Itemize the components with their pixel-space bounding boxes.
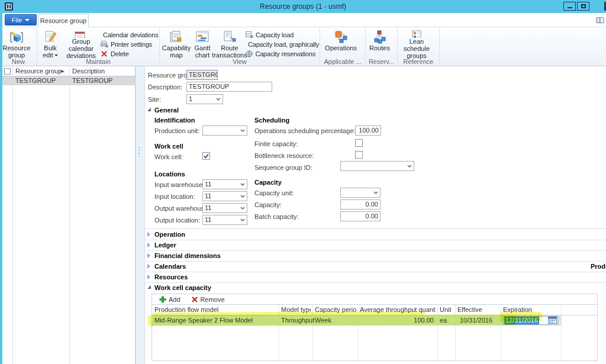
section-expanded-icon	[147, 285, 151, 289]
bottleneck-resource-label: Bottleneck resource:	[254, 152, 314, 159]
combo-arrow-icon[interactable]	[371, 188, 380, 197]
wcc-cell-effective: 10/31/2016	[460, 317, 492, 324]
batch-capacity-field[interactable]: 0.00	[340, 211, 381, 221]
capability-map-button[interactable]: Capability map	[162, 28, 191, 59]
output-location-combo[interactable]: 11	[202, 215, 247, 225]
btn-label: Routes	[369, 44, 390, 51]
resource-group-field[interactable]: TESTGROUP	[186, 70, 218, 80]
wcc-col-model-type[interactable]: Model type	[281, 305, 311, 315]
group-calendar-deviations-icon	[73, 30, 89, 38]
combo-arrow-icon[interactable]	[238, 192, 247, 201]
wcc-col-production-flow-model[interactable]: Production flow model	[154, 305, 276, 315]
section-work-cell-capacity[interactable]: Work cell capacity	[145, 282, 606, 293]
operations-button[interactable]: Operations	[322, 28, 360, 59]
btn-label: Capacity load	[256, 31, 294, 38]
section-resources[interactable]: Resources	[145, 272, 606, 283]
tab-resource-group[interactable]: Resource group	[38, 14, 89, 27]
input-warehouse-value: 11	[203, 180, 238, 189]
wcc-col-unit[interactable]: Unit	[440, 305, 454, 315]
operations-scheduling-percentage-field[interactable]: 100.00	[355, 125, 381, 136]
combo-arrow-icon[interactable]	[238, 215, 247, 224]
printer-settings-icon	[101, 41, 108, 48]
wcc-col-average-throughput-quantity[interactable]: Average throughput quantity	[360, 305, 436, 315]
capacity-unit-value	[341, 188, 371, 197]
capacity-field[interactable]: 0.00	[340, 199, 381, 210]
section-ledger[interactable]: Ledger	[145, 240, 606, 251]
capacity-unit-combo[interactable]	[340, 188, 381, 198]
capacity-load-button[interactable]: Capacity load	[246, 30, 315, 40]
capacity-reservations-button[interactable]: Capacity reservations	[246, 49, 315, 59]
date-picker-button[interactable]	[548, 317, 557, 324]
list-col-description[interactable]: Description	[72, 67, 105, 75]
combo-arrow-icon[interactable]	[405, 162, 414, 170]
maximize-button[interactable]	[577, 2, 589, 11]
section-resources-title: Resources	[154, 273, 188, 281]
finite-capacity-checkbox[interactable]	[355, 139, 363, 147]
input-location-label: Input location:	[154, 193, 195, 200]
printer-settings-button[interactable]: Printer settings	[101, 40, 155, 49]
bulk-edit-button[interactable]: Bulk edit	[39, 28, 62, 59]
section-financial-dimensions[interactable]: Financial dimensions	[145, 250, 606, 262]
gantt-chart-icon	[195, 30, 210, 44]
delete-button[interactable]: Delete	[101, 49, 155, 59]
route-transactions-button[interactable]: Route transactions	[214, 28, 246, 59]
section-expanded-icon[interactable]	[147, 108, 151, 111]
work-cell-checkbox[interactable]	[202, 152, 210, 160]
input-location-combo[interactable]: 11	[202, 191, 247, 201]
section-collapsed-icon	[147, 232, 150, 237]
list-col-resource-group[interactable]: Resource group	[15, 67, 62, 75]
wcc-remove-button[interactable]: Remove	[191, 296, 225, 303]
wcc-col-effective[interactable]: Effective	[457, 305, 499, 315]
help-book-icon[interactable]	[596, 17, 604, 25]
section-collapsed-icon	[147, 243, 150, 247]
bottleneck-resource-checkbox[interactable]	[355, 151, 363, 159]
bulk-edit-icon	[43, 30, 57, 44]
section-calendars-title: Calendars	[154, 263, 186, 270]
minimize-button[interactable]	[563, 2, 576, 11]
wcc-row-selected[interactable]: Mid-Range Speaker 2 Flow Model Throughpu…	[152, 315, 561, 326]
list-row-selected[interactable]: TESTGROUP TESTGROUP	[2, 76, 136, 85]
input-location-value: 11	[203, 192, 238, 201]
capacity-value: 0.00	[366, 201, 378, 208]
group-calendar-deviations-button[interactable]: Group calendar deviations	[62, 28, 101, 59]
wcc-col-expiration[interactable]: Expiration	[503, 305, 559, 315]
capacity-load-graphically-button[interactable]: Capacity load, graphically	[246, 40, 315, 49]
combo-arrow-icon[interactable]	[214, 95, 223, 104]
input-warehouse-combo[interactable]: 11	[202, 179, 247, 189]
combo-arrow-icon[interactable]	[238, 126, 247, 135]
cell-description: TESTGROUP	[72, 77, 112, 84]
lean-schedule-groups-button[interactable]: Lean schedule groups	[399, 28, 434, 59]
site-combo[interactable]: 1	[186, 94, 223, 104]
panel-splitter[interactable]	[136, 66, 145, 364]
new-resource-group-button[interactable]: Resource group	[2, 28, 31, 59]
btn-label: Printer settings	[111, 41, 152, 48]
section-calendars[interactable]: Calendars Produ	[145, 261, 606, 272]
section-operation-title: Operation	[154, 231, 185, 238]
wcc-expiration-date-editor[interactable]: 12/31/2016	[503, 316, 558, 325]
wcc-cell-model-type: Throughput	[281, 317, 314, 324]
finite-capacity-label: Finite capacity:	[254, 140, 298, 147]
routes-icon	[372, 30, 388, 44]
wcc-col-capacity-period[interactable]: Capacity period	[315, 305, 356, 315]
wcc-cell-unit: ea	[440, 317, 447, 324]
file-menu-button[interactable]: File	[5, 14, 37, 25]
output-location-label: Output location:	[154, 217, 200, 224]
production-unit-combo[interactable]	[202, 125, 247, 136]
work-cell-label: Work cell:	[154, 153, 183, 160]
delete-icon	[101, 50, 108, 57]
section-operation[interactable]: Operation	[145, 229, 606, 240]
output-warehouse-combo[interactable]: 11	[202, 203, 247, 213]
combo-arrow-icon[interactable]	[238, 180, 247, 189]
wcc-add-button[interactable]: Add	[159, 296, 180, 303]
description-field[interactable]: TESTGROUP	[186, 82, 272, 92]
gantt-chart-button[interactable]: Gantt chart	[191, 28, 214, 59]
routes-button[interactable]: Routes	[368, 28, 392, 59]
production-unit-label: Production unit:	[154, 127, 199, 134]
combo-arrow-icon[interactable]	[238, 204, 247, 212]
section-general-title[interactable]: General	[154, 107, 179, 114]
ribbon-group-view-label: View	[160, 58, 320, 65]
calendar-deviations-button[interactable]: Calendar deviations	[101, 30, 155, 40]
select-all-checkbox[interactable]	[4, 68, 11, 75]
sequence-group-id-combo[interactable]	[340, 161, 414, 171]
batch-capacity-value: 0.00	[366, 212, 378, 220]
